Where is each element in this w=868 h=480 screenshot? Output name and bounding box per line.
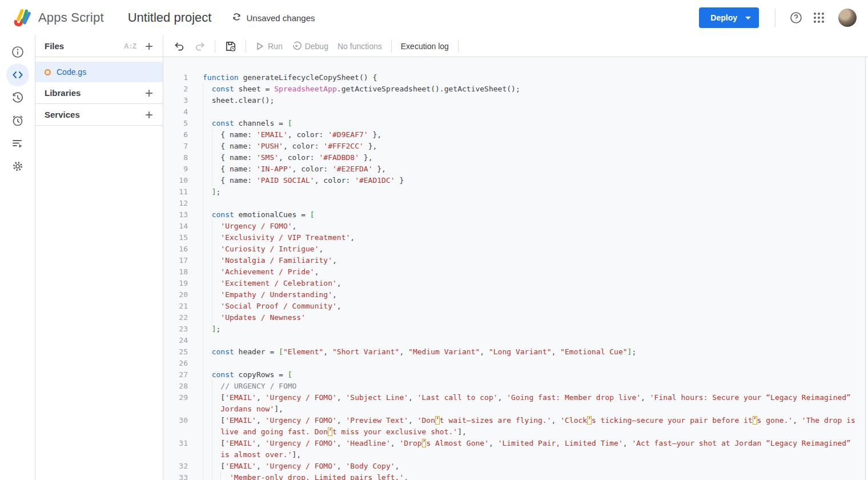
code-line[interactable]: 26 xyxy=(163,358,865,369)
add-service-button[interactable]: + xyxy=(140,106,158,124)
app-name: Apps Script xyxy=(38,10,104,25)
file-item-codegs[interactable]: Code.gs xyxy=(35,62,163,82)
triggers-button[interactable] xyxy=(6,109,29,132)
line-number: 14 xyxy=(163,221,203,232)
code-lines: 1function generateLifecycleCopySheet() {… xyxy=(163,57,865,480)
code-line[interactable]: 4 xyxy=(163,106,865,118)
save-status-label: Unsaved changes xyxy=(246,13,315,23)
info-icon xyxy=(11,45,25,59)
sort-az-icon[interactable]: A↕Z xyxy=(122,40,139,53)
indent-guide xyxy=(203,106,203,118)
indent-guide xyxy=(212,152,212,163)
execution-log-button[interactable]: Execution log xyxy=(396,38,453,55)
line-number: 9 xyxy=(163,163,203,175)
indent-guide xyxy=(212,289,212,301)
code-line[interactable]: 16 'Curiosity / Intrigue', xyxy=(163,243,865,255)
deploy-caret-icon xyxy=(745,17,751,19)
code-line[interactable]: 7 { name: 'PUSH', color: '#FFF2CC' }, xyxy=(163,141,865,152)
divider xyxy=(391,40,392,53)
code-line[interactable]: 1function generateLifecycleCopySheet() { xyxy=(163,72,865,83)
code-line[interactable]: 29 ['EMAIL', 'Urgency / FOMO', 'Subject … xyxy=(163,392,865,415)
code-line[interactable]: 15 'Exclusivity / VIP Treatment', xyxy=(163,232,865,243)
line-number: 31 xyxy=(163,438,203,461)
code-line[interactable]: 28 // URGENCY / FOMO xyxy=(163,381,865,392)
save-button[interactable] xyxy=(220,38,241,55)
alarm-clock-icon xyxy=(11,114,25,127)
editor-button[interactable] xyxy=(6,63,29,86)
indent-guide xyxy=(212,278,212,289)
line-number: 17 xyxy=(163,255,203,266)
indent-guide xyxy=(203,243,203,255)
project-history-button[interactable] xyxy=(6,86,29,109)
editor-toolbar: Run Debug No functions Execution log xyxy=(163,35,868,57)
indent-guide xyxy=(203,118,203,129)
overview-button[interactable] xyxy=(6,41,29,63)
avatar[interactable] xyxy=(838,9,857,27)
indent-guide xyxy=(203,141,203,152)
code-line[interactable]: 27 const copyRows = [ xyxy=(163,369,865,381)
code-line[interactable]: 10 { name: 'PAID SOCIAL', color: '#EAD1D… xyxy=(163,175,865,186)
code-line[interactable]: 12 xyxy=(163,198,865,209)
code-icon xyxy=(11,68,25,82)
code-line[interactable]: 3 sheet.clear(); xyxy=(163,95,865,106)
indent-guide xyxy=(203,209,203,221)
line-number: 18 xyxy=(163,266,203,278)
indent-guide xyxy=(212,472,212,480)
libraries-section[interactable]: Libraries + xyxy=(35,82,163,104)
code-line[interactable]: 6 { name: 'EMAIL', color: '#D9EAF7' }, xyxy=(163,129,865,141)
code-line[interactable]: 32 ['EMAIL', 'Urgency / FOMO', 'Body Cop… xyxy=(163,461,865,472)
add-library-button[interactable]: + xyxy=(140,84,158,102)
function-select[interactable]: No functions xyxy=(333,38,387,55)
redo-button[interactable] xyxy=(190,38,210,55)
services-label: Services xyxy=(45,110,80,119)
divider xyxy=(458,40,459,53)
indent-guide xyxy=(203,278,203,289)
indent-guide xyxy=(212,415,212,438)
google-apps-grid-button[interactable] xyxy=(807,6,830,29)
code-line[interactable]: 17 'Nostalgia / Familiarity', xyxy=(163,255,865,266)
run-button[interactable]: Run xyxy=(251,38,287,55)
indent-guide xyxy=(203,312,203,323)
gear-icon xyxy=(11,159,25,173)
help-button[interactable] xyxy=(785,6,807,29)
debug-button[interactable]: Debug xyxy=(287,38,333,55)
indent-guide xyxy=(203,198,203,209)
add-file-button[interactable]: + xyxy=(140,37,158,55)
code-line[interactable]: 18 'Achievement / Pride', xyxy=(163,266,865,278)
debug-icon xyxy=(292,41,302,51)
indent-guide xyxy=(203,95,203,106)
divider xyxy=(246,40,246,53)
code-line[interactable]: 25 const header = ["Element", "Short Var… xyxy=(163,346,865,358)
indent-guide xyxy=(203,323,203,335)
indent-guide xyxy=(212,266,212,278)
indent-guide xyxy=(212,255,212,266)
indent-guide xyxy=(203,369,203,381)
code-line[interactable]: 8 { name: 'SMS', color: '#FADBD8' }, xyxy=(163,152,865,163)
code-line[interactable]: 24 xyxy=(163,335,865,346)
code-line[interactable]: 9 { name: 'IN-APP', color: '#E2EFDA' }, xyxy=(163,163,865,175)
code-editor[interactable]: 1function generateLifecycleCopySheet() {… xyxy=(163,57,866,480)
deploy-button[interactable]: Deploy xyxy=(699,7,759,28)
code-line[interactable]: 2 const sheet = SpreadsheetApp.getActive… xyxy=(163,83,865,95)
executions-button[interactable] xyxy=(6,132,29,155)
code-line[interactable]: 21 'Social Proof / Community', xyxy=(163,301,865,312)
code-line[interactable]: 19 'Excitement / Celebration', xyxy=(163,278,865,289)
code-line[interactable]: 30 ['EMAIL', 'Urgency / FOMO', 'Preview … xyxy=(163,415,865,438)
code-line[interactable]: 23 ]; xyxy=(163,323,865,335)
project-title[interactable]: Untitled project xyxy=(128,10,212,25)
services-section[interactable]: Services + xyxy=(35,104,163,126)
indent-guide xyxy=(203,255,203,266)
code-line[interactable]: 11 ]; xyxy=(163,186,865,198)
code-line[interactable]: 5 const channels = [ xyxy=(163,118,865,129)
code-line[interactable]: 13 const emotionalCues = [ xyxy=(163,209,865,221)
undo-button[interactable] xyxy=(169,38,190,55)
code-line[interactable]: 20 'Empathy / Understanding', xyxy=(163,289,865,301)
project-settings-button[interactable] xyxy=(6,155,29,178)
line-number: 25 xyxy=(163,346,203,358)
code-line[interactable]: 33 'Member-only drop. Limited pairs left… xyxy=(163,472,865,480)
code-line[interactable]: 22 'Updates / Newness' xyxy=(163,312,865,323)
code-line[interactable]: 14 'Urgency / FOMO', xyxy=(163,221,865,232)
code-line[interactable]: 31 ['EMAIL', 'Urgency / FOMO', 'Headline… xyxy=(163,438,865,461)
line-number: 6 xyxy=(163,129,203,141)
history-icon xyxy=(11,91,25,105)
